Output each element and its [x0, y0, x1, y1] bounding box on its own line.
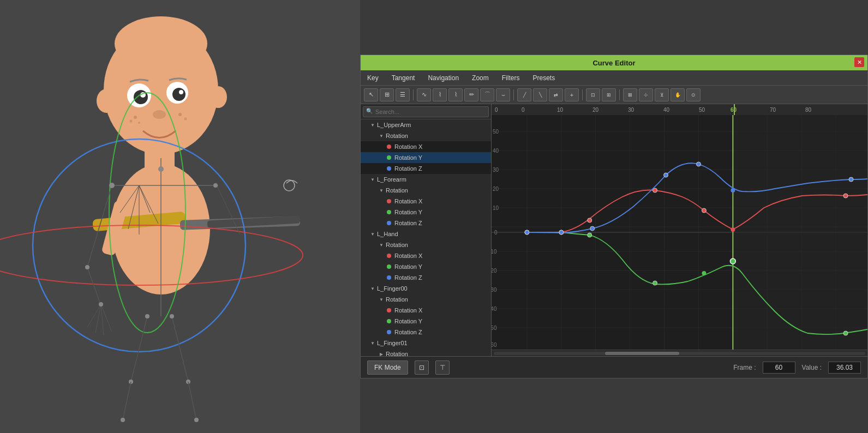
tree-label-rot-x-4: Rotation X — [394, 307, 422, 314]
svg-rect-103 — [733, 115, 867, 350]
tree-item-l-finger00-rotation[interactable]: ▼ Rotation — [361, 294, 491, 305]
tree-item-l-forearm[interactable]: ▼ L_Forearm — [361, 174, 491, 185]
fit-button[interactable]: ⊠ — [623, 88, 637, 101]
tree-item-rot-x-2[interactable]: Rotation X — [361, 196, 491, 207]
tree-label-rotation-3: Rotation — [386, 242, 408, 248]
frame-icon[interactable]: ⊡ — [415, 360, 429, 375]
svg-point-11 — [134, 90, 148, 104]
search-icon: 🔍 — [366, 108, 373, 114]
value-icon[interactable]: ⊤ — [435, 360, 450, 375]
tree-item-rot-z-3[interactable]: Rotation Z — [361, 272, 491, 283]
tree-item-l-hand-rotation[interactable]: ▼ Rotation — [361, 239, 491, 250]
frame-value[interactable]: 60 — [763, 362, 795, 374]
tree-item-l-finger01-rotation[interactable]: ▶ Rotation — [361, 348, 491, 356]
wave1-button[interactable]: ∿ — [417, 88, 431, 101]
svg-text:40: 40 — [493, 148, 499, 154]
svg-point-120 — [559, 230, 564, 234]
svg-point-43 — [145, 314, 149, 318]
zoom-button[interactable]: ⊙ — [686, 88, 701, 101]
tree-item-l-hand[interactable]: ▼ L_Hand — [361, 228, 491, 239]
dot-red-3 — [387, 254, 391, 258]
viewport-panel[interactable] — [0, 0, 360, 433]
tree-item-rot-x-4[interactable]: Rotation X — [361, 305, 491, 316]
tangent2-button[interactable]: ╲ — [533, 88, 547, 101]
frame-sel-button[interactable]: ⊞ — [602, 88, 616, 101]
scrollbar-thumb[interactable] — [605, 352, 679, 355]
tree-item-rot-z-1[interactable]: Rotation Z — [361, 163, 491, 174]
dot-blue-1 — [387, 166, 391, 171]
tree-item-l-finger00[interactable]: ▼ L_Finger00 — [361, 283, 491, 294]
svg-text:0: 0 — [522, 107, 525, 113]
wave3-button[interactable]: ⌇ — [448, 88, 463, 101]
scrollbar-track[interactable] — [494, 352, 865, 355]
statusbar: FK Mode ⊡ ⊤ Frame : 60 Value : 36.03 — [361, 356, 867, 378]
svg-text:20: 20 — [592, 107, 599, 113]
dot-red-1 — [387, 145, 391, 149]
tree-label-rotation-5: Rotation — [386, 351, 408, 356]
menu-filters[interactable]: Filters — [500, 73, 522, 83]
tree-item-rot-z-4[interactable]: Rotation Z — [361, 327, 491, 338]
hand-button[interactable]: ✋ — [671, 88, 685, 101]
wave2-button[interactable]: ⌇ — [433, 88, 447, 101]
search-input[interactable] — [363, 106, 489, 117]
tree-item-rot-x-1[interactable]: Rotation X — [361, 141, 491, 152]
node-tool-button[interactable]: ⊞ — [380, 88, 394, 101]
link-button[interactable]: ⇄ — [549, 88, 563, 101]
toolbar-sep-1 — [413, 89, 414, 100]
arc2-button[interactable]: ⌣ — [496, 88, 510, 101]
tree-item-l-upperarm[interactable]: ▼ L_UpperArm — [361, 119, 491, 130]
svg-point-20 — [178, 113, 182, 116]
tree-arrow-l-finger01: ▼ — [369, 340, 376, 346]
tree-item-rot-y-4[interactable]: Rotation Y — [361, 316, 491, 327]
dot-red-2 — [387, 199, 391, 203]
weight-button[interactable]: ⊻ — [655, 88, 669, 101]
svg-point-21 — [184, 118, 187, 121]
svg-point-114 — [588, 233, 592, 237]
menu-zoom[interactable]: Zoom — [470, 73, 491, 83]
tree-label-rotation-2: Rotation — [386, 187, 408, 194]
menu-navigation[interactable]: Navigation — [426, 73, 461, 83]
tree-item-rot-y-2[interactable]: Rotation Y — [361, 207, 491, 218]
arc1-button[interactable]: ⌒ — [480, 88, 494, 101]
tree-item-rot-y-3[interactable]: Rotation Y — [361, 261, 491, 272]
frame-all-button[interactable]: ⊡ — [586, 88, 600, 101]
select-tool-button[interactable]: ↖ — [364, 88, 378, 101]
curve-editor-title: Curve Editor — [592, 59, 635, 67]
close-button[interactable]: ✕ — [854, 57, 864, 67]
tree-label-rotation-4: Rotation — [386, 296, 408, 303]
svg-point-19 — [138, 122, 140, 124]
tree-item-l-finger01[interactable]: ▼ L_Finger01 — [361, 338, 491, 348]
tree-item-rot-x-3[interactable]: Rotation X — [361, 250, 491, 261]
svg-point-125 — [849, 177, 853, 182]
fk-mode-button[interactable]: FK Mode — [367, 360, 408, 375]
ruler-svg: 0 0 10 20 30 40 50 60 70 80 — [492, 104, 867, 115]
tree-label-l-forearm: L_Forearm — [377, 176, 406, 183]
svg-text:-30: -30 — [492, 287, 497, 293]
svg-point-117 — [730, 258, 735, 264]
svg-point-3 — [209, 86, 227, 108]
svg-text:50: 50 — [699, 107, 705, 113]
tree-item-l-upperarm-rotation[interactable]: ▼ Rotation — [361, 130, 491, 141]
graph-canvas-wrapper[interactable]: 50 40 30 20 10 0 -10 -20 -30 -40 -50 -60 — [492, 115, 867, 350]
tree-view: ▼ L_UpperArm ▼ Rotation Rotation X Rotat… — [361, 119, 491, 356]
svg-text:40: 40 — [663, 107, 670, 113]
tree-item-l-forearm-rotation[interactable]: ▼ Rotation — [361, 185, 491, 196]
value-value[interactable]: 36.03 — [828, 362, 861, 374]
tree-item-rot-z-2[interactable]: Rotation Z — [361, 218, 491, 228]
snap-button[interactable]: ⊹ — [639, 88, 653, 101]
pen-button[interactable]: ✏ — [464, 88, 478, 101]
graph-scrollbar[interactable] — [492, 350, 867, 356]
menu-key[interactable]: Key — [365, 73, 381, 83]
curve-graph[interactable]: 0 0 10 20 30 40 50 60 70 80 — [492, 104, 867, 356]
toolbar-sep-4 — [619, 89, 620, 100]
tangent1-button[interactable]: ╱ — [517, 88, 531, 101]
svg-point-14 — [172, 88, 185, 101]
svg-point-16 — [153, 110, 166, 119]
menu-presets[interactable]: Presets — [530, 73, 557, 83]
plus-button[interactable]: + — [565, 88, 579, 101]
layer-tool-button[interactable]: ☰ — [396, 88, 410, 101]
menu-tangent[interactable]: Tangent — [390, 73, 417, 83]
tree-label-rot-z-2: Rotation Z — [394, 220, 422, 226]
tree-item-rot-y-1[interactable]: Rotation Y — [361, 152, 491, 163]
svg-text:-40: -40 — [492, 306, 497, 312]
